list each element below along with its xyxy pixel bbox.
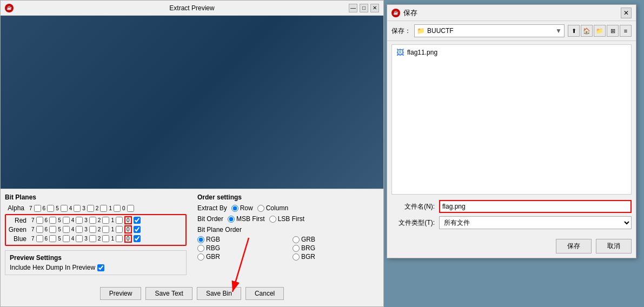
- extract-by-row-radio[interactable]: Row: [231, 204, 253, 212]
- save-location-dropdown[interactable]: 📁 BUUCTF ▼: [414, 24, 565, 37]
- green-bit2-cb[interactable]: [102, 226, 109, 233]
- grb-input[interactable]: [293, 236, 300, 243]
- alpha-bit4-cb[interactable]: [74, 205, 81, 212]
- save-dialog-title: 保存: [403, 8, 417, 18]
- green-bit6-cb[interactable]: [49, 226, 56, 233]
- blue-row: Blue 7 6 5 4 3 2 1: [7, 235, 184, 243]
- gbr-input[interactable]: [197, 253, 204, 261]
- rgb-input[interactable]: [197, 236, 204, 243]
- save-dialog-cancel-button[interactable]: 取消: [596, 239, 632, 253]
- filetype-select[interactable]: 所有文件: [439, 216, 632, 229]
- alpha-bit0-cb[interactable]: [127, 205, 134, 212]
- blue-bit0-cb[interactable]: [134, 235, 141, 242]
- hex-dump-checkbox[interactable]: [97, 264, 104, 271]
- toolbar-btn-4[interactable]: ⊞: [607, 25, 619, 37]
- file-icon: 🖼: [396, 48, 404, 57]
- red-bit4-cb[interactable]: [76, 217, 83, 224]
- alpha-bit6-cb[interactable]: [47, 205, 54, 212]
- blue-bit4-cb[interactable]: [76, 235, 83, 242]
- toolbar-btn-1[interactable]: ⬆: [568, 25, 580, 37]
- green-bit1-cb[interactable]: [116, 226, 123, 233]
- red-bit2-cb[interactable]: [102, 217, 109, 224]
- hex-dump-label: Include Hex Dump In Preview: [10, 264, 95, 271]
- file-name-flag11: flag11.png: [407, 49, 437, 56]
- blue-bit7-cb[interactable]: [36, 235, 43, 242]
- preview-settings-box: Preview Settings Include Hex Dump In Pre…: [5, 250, 187, 275]
- alpha-bit5-cb[interactable]: [61, 205, 68, 212]
- red-bit0-cb[interactable]: [134, 217, 141, 224]
- save-dialog-window: ☕ 保存 ✕ 保存： 📁 BUUCTF ▼ ⬆ 🏠 📁 ⊞ ≡ 🖼 flag11…: [387, 4, 636, 258]
- alpha-bit3-cb[interactable]: [87, 205, 94, 212]
- blue-bit6-cb[interactable]: [49, 235, 56, 242]
- extract-by-column-radio[interactable]: Column: [257, 204, 288, 212]
- red-bit1-cb[interactable]: [116, 217, 123, 224]
- red-bit6-cb[interactable]: [49, 217, 56, 224]
- lsb-first-radio[interactable]: LSB First: [269, 215, 304, 223]
- save-location-label: 保存：: [391, 26, 411, 36]
- filename-label: 文件名(N):: [391, 202, 435, 211]
- toolbar-nav-buttons: ⬆ 🏠 📁 ⊞ ≡: [568, 25, 632, 37]
- msb-first-input[interactable]: [228, 216, 235, 223]
- maximize-button[interactable]: □: [360, 4, 368, 12]
- blue-bit3-cb[interactable]: [89, 235, 96, 242]
- extract-by-row: Extract By Row Column: [197, 204, 379, 212]
- rbg-input[interactable]: [197, 245, 204, 252]
- bgr-input[interactable]: [293, 253, 300, 261]
- alpha-bit3-num: 3: [82, 205, 85, 211]
- alpha-bit2-num: 2: [96, 205, 99, 211]
- preview-settings-title: Preview Settings: [10, 254, 182, 262]
- alpha-bit1-cb[interactable]: [114, 205, 121, 212]
- green-bit4-cb[interactable]: [76, 226, 83, 233]
- extract-by-row-input[interactable]: [231, 205, 238, 212]
- blue-bit1-cb[interactable]: [116, 235, 123, 242]
- red-bit5-cb[interactable]: [63, 217, 70, 224]
- rbg-radio[interactable]: RBG: [197, 244, 284, 252]
- toolbar-btn-3[interactable]: 📁: [594, 25, 606, 37]
- file-item-flag11[interactable]: 🖼 flag11.png: [394, 47, 629, 58]
- close-button[interactable]: ✕: [370, 4, 379, 12]
- lsb-first-input[interactable]: [269, 216, 276, 223]
- extract-by-label: Extract By: [197, 204, 227, 212]
- save-close-button[interactable]: ✕: [621, 8, 632, 18]
- rgb-radio[interactable]: RGB: [197, 236, 284, 243]
- green-bit7-cb[interactable]: [36, 226, 43, 233]
- gbr-radio[interactable]: GBR: [197, 253, 284, 261]
- bit-plane-order-label: Bit Plane Order: [197, 226, 379, 233]
- filetype-field-row: 文件类型(T): 所有文件: [391, 216, 632, 229]
- save-fields: 文件名(N): 文件类型(T): 所有文件: [387, 198, 636, 237]
- toolbar-btn-2[interactable]: 🏠: [581, 25, 593, 37]
- brg-radio[interactable]: BRG: [293, 244, 379, 252]
- grb-radio[interactable]: GRB: [293, 236, 379, 243]
- minimize-button[interactable]: —: [349, 4, 357, 12]
- window-controls: — □ ✕: [349, 4, 379, 12]
- save-dialog-save-button[interactable]: 保存: [556, 239, 592, 253]
- image-preview-area: [1, 16, 383, 189]
- blue-bit5-cb[interactable]: [63, 235, 70, 242]
- action-buttons: Preview Save Text Save Bin Cancel: [5, 284, 379, 302]
- order-settings-title: Order settings: [197, 193, 379, 201]
- green-bit3-cb[interactable]: [89, 226, 96, 233]
- green-bit0-cb[interactable]: [134, 226, 141, 233]
- alpha-bit6-num: 6: [43, 205, 46, 211]
- blue-bit2-cb[interactable]: [102, 235, 109, 242]
- cancel-button[interactable]: Cancel: [245, 287, 284, 300]
- filename-input[interactable]: [439, 200, 632, 213]
- green-bit5-cb[interactable]: [63, 226, 70, 233]
- bgr-radio[interactable]: BGR: [293, 253, 379, 261]
- red-bit7-cb[interactable]: [36, 217, 43, 224]
- save-titlebar: ☕ 保存 ✕: [387, 5, 636, 21]
- extract-titlebar: ☕ Extract Preview — □ ✕: [1, 1, 383, 16]
- preview-button[interactable]: Preview: [100, 287, 142, 300]
- save-text-button[interactable]: Save Text: [145, 287, 192, 300]
- alpha-bit2-cb[interactable]: [100, 205, 107, 212]
- green-label: Green: [7, 226, 29, 233]
- save-bin-button[interactable]: Save Bin: [197, 287, 241, 300]
- dropdown-arrow-icon: ▼: [555, 27, 562, 35]
- brg-input[interactable]: [293, 245, 300, 252]
- blue-label: Blue: [7, 235, 29, 243]
- alpha-bit7-cb[interactable]: [34, 205, 41, 212]
- msb-first-radio[interactable]: MSB First: [228, 215, 265, 223]
- red-bit3-cb[interactable]: [89, 217, 96, 224]
- toolbar-btn-5[interactable]: ≡: [620, 25, 632, 37]
- extract-by-column-input[interactable]: [257, 205, 264, 212]
